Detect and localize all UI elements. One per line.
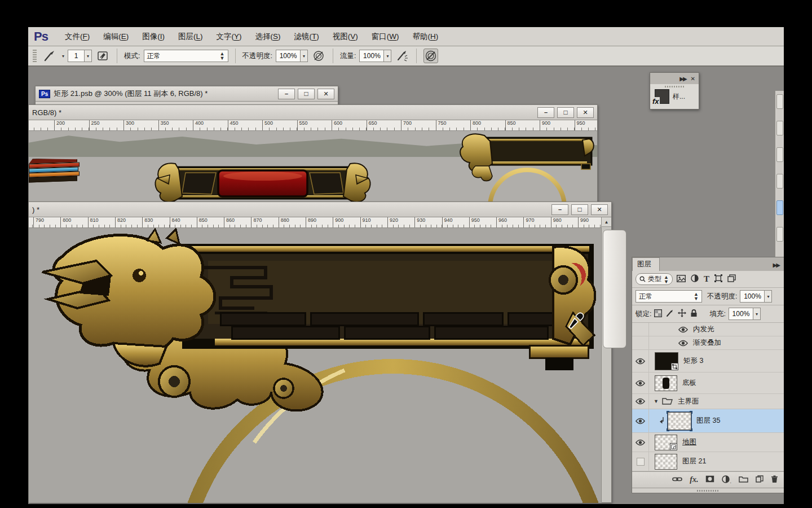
expand-triangle-icon[interactable]: ▼	[654, 398, 659, 404]
flow-arrow[interactable]: ▾	[384, 50, 391, 62]
layer-group-row[interactable]: ▼主界面	[632, 394, 784, 409]
menu-item-h[interactable]: 帮助(H)	[406, 29, 445, 44]
opacity-value[interactable]: 100%	[276, 50, 301, 62]
brush-size-stepper[interactable]: 1 ▾	[68, 50, 92, 62]
delete-layer-button[interactable]	[771, 475, 778, 485]
menu-item-l[interactable]: 图层(L)	[171, 29, 210, 44]
add-mask-button[interactable]	[705, 475, 714, 484]
eye-icon[interactable]	[636, 439, 645, 446]
visibility-toggle[interactable]	[632, 373, 649, 393]
layer-row[interactable]: 矩形 3	[632, 350, 784, 373]
styles-panel[interactable]: ▶▶ ✕ 样...	[650, 72, 699, 110]
tab-layers[interactable]: 图层	[632, 257, 660, 271]
docked-panel-item[interactable]	[776, 147, 783, 162]
layer-thumbnail[interactable]	[655, 435, 677, 450]
visibility-toggle[interactable]	[632, 350, 649, 372]
doc3-vertical-scrollbar[interactable]: ▲	[601, 217, 611, 502]
layer-opacity-combo[interactable]: 100% ▾	[740, 290, 772, 303]
eye-icon[interactable]	[636, 398, 645, 405]
brush-tool-icon[interactable]	[42, 49, 57, 63]
layer-blend-mode-select[interactable]: 正常 ▲▼	[636, 290, 702, 303]
menu-item-e[interactable]: 编辑(E)	[96, 29, 135, 44]
eye-empty-box[interactable]	[637, 458, 645, 466]
layer-thumbnail[interactable]	[655, 352, 678, 370]
panel-resize-grip[interactable]	[632, 488, 784, 493]
doc1-maximize-button[interactable]	[298, 89, 315, 99]
flow-combo[interactable]: 100% ▾	[359, 50, 391, 62]
close-panel-icon[interactable]: ✕	[691, 76, 695, 82]
scroll-up-arrow[interactable]: ▲	[602, 217, 611, 227]
doc3-maximize-button[interactable]	[571, 204, 588, 215]
filter-adjustment-icon[interactable]	[691, 274, 699, 284]
scrollbar-thumb[interactable]	[603, 230, 626, 348]
brush-size-value[interactable]: 1	[68, 50, 85, 62]
styles-panel-title-bar[interactable]: ▶▶ ✕	[650, 73, 699, 84]
doc3-canvas[interactable]	[29, 228, 602, 503]
doc3-minimize-button[interactable]	[551, 204, 568, 215]
layer-row[interactable]: 底板	[632, 373, 784, 394]
layer-thumbnail[interactable]	[655, 375, 677, 391]
filter-type-text-icon[interactable]: T	[704, 274, 709, 284]
document-window-3[interactable]: ) * 790800810820830840850860870880890900…	[28, 202, 612, 503]
layer-thumbnail[interactable]	[655, 454, 677, 470]
layer-effect-row[interactable]: 渐变叠加	[632, 336, 784, 350]
filter-pixel-icon[interactable]	[677, 275, 686, 284]
visibility-toggle[interactable]	[632, 394, 649, 409]
eye-icon[interactable]	[678, 340, 688, 347]
panel-dock-strip[interactable]	[775, 90, 784, 260]
new-group-button[interactable]	[739, 475, 748, 484]
layer-row[interactable]: 地图	[632, 433, 784, 452]
menu-item-f[interactable]: 文件(F)	[58, 29, 96, 44]
doc2-maximize-button[interactable]	[557, 107, 574, 118]
lock-transparency-icon[interactable]	[654, 309, 662, 319]
flow-value[interactable]: 100%	[359, 50, 384, 62]
lock-paint-icon[interactable]	[666, 309, 674, 319]
link-layers-button[interactable]	[672, 476, 682, 484]
visibility-toggle[interactable]	[632, 409, 649, 432]
layer-opacity-arrow[interactable]: ▾	[765, 290, 772, 303]
options-grip[interactable]	[33, 50, 37, 62]
menu-item-s[interactable]: 选择(S)	[248, 29, 287, 44]
doc1-close-button[interactable]	[317, 89, 334, 99]
blend-mode-select[interactable]: 正常 ▲▼	[144, 50, 228, 62]
visibility-toggle[interactable]	[632, 452, 649, 471]
menu-item-v[interactable]: 视图(V)	[326, 29, 365, 44]
menu-item-y[interactable]: 文字(Y)	[209, 29, 248, 44]
filter-smart-object-icon[interactable]	[727, 274, 736, 284]
layer-style-button[interactable]: fx.	[690, 475, 698, 484]
document-window-rect21[interactable]: Ps 矩形 21.psb @ 300% (图层 11 副本 6, RGB/8) …	[35, 86, 338, 105]
doc2-title-bar[interactable]: RGB/8) *	[29, 105, 597, 120]
filter-type-select[interactable]: 类型 ▲▼	[636, 273, 673, 285]
doc1-minimize-button[interactable]	[278, 89, 295, 99]
docked-panel-item[interactable]	[776, 94, 783, 109]
docked-panel-item[interactable]	[776, 200, 783, 215]
docked-panel-item[interactable]	[776, 174, 783, 189]
fill-combo[interactable]: 100% ▾	[729, 308, 761, 320]
lock-all-icon[interactable]	[690, 309, 698, 319]
fill-value[interactable]: 100%	[729, 308, 753, 320]
airbrush-icon[interactable]	[395, 49, 409, 63]
opacity-combo[interactable]: 100% ▾	[276, 50, 308, 62]
new-adjustment-button[interactable]: .	[722, 475, 731, 485]
eye-icon[interactable]	[636, 358, 645, 365]
layer-row[interactable]: 图层 35	[632, 409, 784, 433]
visibility-toggle[interactable]	[632, 433, 649, 452]
doc2-close-button[interactable]	[577, 107, 594, 118]
collapse-panel-icon[interactable]: ▶▶	[679, 76, 686, 82]
layer-opacity-value[interactable]: 100%	[740, 290, 765, 303]
filter-shape-icon[interactable]	[714, 274, 722, 284]
eye-icon[interactable]	[636, 380, 645, 387]
brush-panel-toggle-icon[interactable]	[95, 49, 110, 63]
opacity-arrow[interactable]: ▾	[301, 50, 308, 62]
doc2-minimize-button[interactable]	[537, 107, 554, 118]
layer-style-thumb-icon[interactable]	[655, 89, 669, 104]
docked-panel-item[interactable]	[776, 227, 783, 242]
layer-row[interactable]: 图层 21	[632, 452, 784, 471]
doc3-close-button[interactable]	[591, 204, 608, 215]
doc3-title-bar[interactable]: ) *	[29, 202, 611, 217]
collapse-panel-icon[interactable]: ▶▶	[769, 262, 784, 271]
pressure-opacity-icon[interactable]	[311, 49, 326, 63]
brush-preset-arrow[interactable]: ▾	[62, 54, 64, 59]
menu-item-i[interactable]: 图像(I)	[135, 29, 171, 44]
pressure-size-toggle-icon[interactable]	[423, 49, 438, 63]
